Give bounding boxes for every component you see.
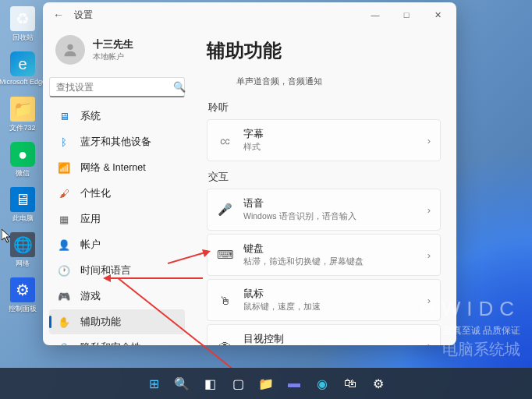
widgets-button[interactable]: ▢ [225,371,250,396]
item-icon: ⌨ [217,248,232,262]
desktop-icon-控制面板[interactable]: ⚙控制面板 [6,277,39,316]
nav-辅助功能[interactable]: ✋辅助功能 [49,309,185,334]
nav-游戏[interactable]: 🎮游戏 [49,284,185,309]
nav-icon: 🔒 [57,341,71,345]
setting-目视控制[interactable]: 👁目视控制眼动追踪仪，文本到语音转换› [207,324,441,345]
svg-point-0 [67,44,73,50]
nav-icon: 🖌 [57,186,71,200]
settings-window: ← 设置 — □ ✕ 十三先生 本地帐户 🔍 🖥系统ᛒ蓝牙和其他设备📶网络 & … [43,2,456,345]
chat-button[interactable]: ▬ [282,371,307,396]
window-title: 设置 [74,9,93,22]
desktop-icon-微信[interactable]: ●微信 [6,142,39,181]
item-icon: 🖱 [217,294,232,307]
setting-语音[interactable]: 🎤语音Windows 语音识别，语音输入› [207,189,441,231]
sidebar: 十三先生 本地帐户 🔍 🖥系统ᛒ蓝牙和其他设备📶网络 & Internet🖌个性… [43,27,191,345]
titlebar: ← 设置 — □ ✕ [43,2,456,27]
nav-系统[interactable]: 🖥系统 [49,104,185,129]
desktop-icon-此电脑[interactable]: 🖥此电脑 [6,187,39,226]
item-icon: 🎤 [217,203,232,217]
page-title: 辅助功能 [207,38,441,63]
item-icon: ㏄ [217,133,232,148]
nav-icon: 🕐 [57,263,71,277]
chevron-right-icon: › [427,204,431,216]
user-sub: 本地帐户 [93,51,133,62]
section-head: 交互 [208,171,441,184]
search-icon: 🔍 [173,81,186,93]
nav-icon: ᛒ [57,135,71,149]
desktop-icons: ♻回收站eMicrosoft Edge📁文件732●微信🖥此电脑🌐网络⚙控制面板 [6,6,45,323]
user-name: 十三先生 [93,37,133,51]
taskbar: ⊞ 🔍 ◧ ▢ 📁 ▬ ◉ 🛍 ⚙ [0,368,532,399]
minimize-button[interactable]: — [360,2,391,27]
user-block[interactable]: 十三先生 本地帐户 [49,32,185,68]
settings-taskbar[interactable]: ⚙ [366,371,391,396]
watermark: HWIDC 至真至诚 品质保证 电脑系统城 [420,297,520,360]
nav-帐户[interactable]: 👤帐户 [49,232,185,257]
desktop-icon-文件732[interactable]: 📁文件732 [6,97,39,136]
setting-字幕[interactable]: ㏄字幕样式› [207,119,441,161]
maximize-button[interactable]: □ [391,2,422,27]
main-panel: 辅助功能 单声道音频，音频通知 聆听㏄字幕样式›交互🎤语音Windows 语音识… [191,27,456,345]
nav-icon: 🖥 [57,109,71,123]
nav-icon: ✋ [57,315,71,329]
store-button[interactable]: 🛍 [338,371,363,396]
setting-键盘[interactable]: ⌨键盘粘滞，筛选和切换键，屏幕键盘› [207,234,441,276]
nav-蓝牙和其他设备[interactable]: ᛒ蓝牙和其他设备 [49,129,185,154]
nav-应用[interactable]: ▦应用 [49,207,185,231]
start-button[interactable]: ⊞ [141,371,166,396]
desktop-icon-回收站[interactable]: ♻回收站 [6,6,39,45]
search-button[interactable]: 🔍 [169,371,194,396]
chevron-right-icon: › [427,249,431,261]
item-icon: 👁 [217,339,232,346]
edge-taskbar[interactable]: ◉ [310,371,335,396]
prev-item-sub: 单声道音频，音频通知 [207,71,441,92]
task-view-button[interactable]: ◧ [197,371,222,396]
nav-icon: 👤 [57,238,71,252]
setting-鼠标[interactable]: 🖱鼠标鼠标键，速度，加速› [207,279,441,321]
avatar [55,35,85,65]
nav-网络 & Internet[interactable]: 📶网络 & Internet [49,155,185,180]
nav-icon: ▦ [57,212,71,226]
nav-list: 🖥系统ᛒ蓝牙和其他设备📶网络 & Internet🖌个性化▦应用👤帐户🕐时间和语… [49,104,185,345]
explorer-button[interactable]: 📁 [254,371,278,396]
back-button[interactable]: ← [46,2,71,27]
desktop-icon-Microsoft Edge[interactable]: eMicrosoft Edge [6,51,39,90]
nav-icon: 🎮 [57,289,71,303]
search-box[interactable]: 🔍 [49,77,185,97]
desktop-icon-网络[interactable]: 🌐网络 [6,232,39,271]
nav-icon: 📶 [57,161,71,175]
nav-时间和语言[interactable]: 🕐时间和语言 [49,258,185,283]
search-input[interactable] [56,82,173,93]
nav-隐私和安全性[interactable]: 🔒隐私和安全性 [49,335,185,345]
section-head: 聆听 [208,101,441,115]
nav-个性化[interactable]: 🖌个性化 [49,181,185,206]
close-button[interactable]: ✕ [422,2,453,27]
chevron-right-icon: › [427,135,431,147]
